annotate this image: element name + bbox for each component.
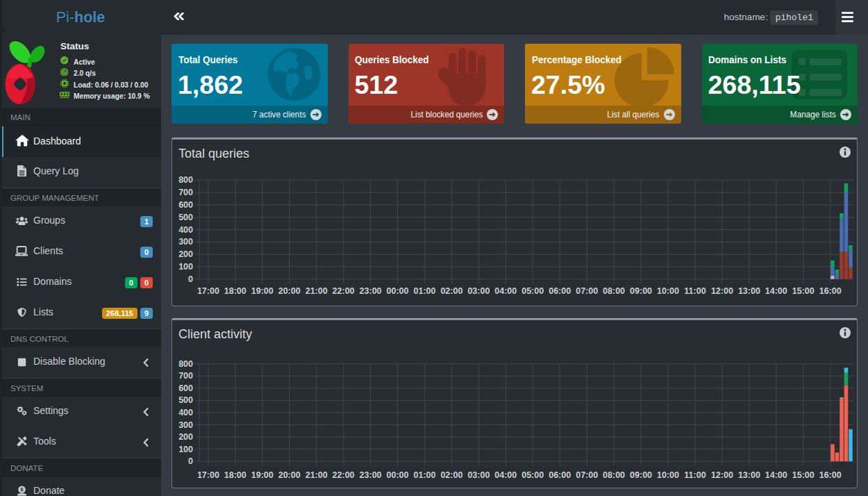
svg-text:00:00: 00:00: [387, 470, 409, 479]
svg-text:12:00: 12:00: [711, 286, 733, 296]
svg-text:200: 200: [178, 432, 193, 442]
svg-text:05:00: 05:00: [521, 470, 544, 479]
svg-text:19:00: 19:00: [251, 286, 274, 296]
svg-text:14:00: 14:00: [765, 286, 787, 296]
svg-text:08:00: 08:00: [603, 470, 625, 479]
svg-text:20:00: 20:00: [278, 470, 301, 479]
svg-text:08:00: 08:00: [603, 286, 625, 296]
svg-text:0: 0: [188, 456, 193, 466]
svg-text:23:00: 23:00: [360, 470, 382, 479]
svg-text:400: 400: [178, 407, 193, 417]
svg-text:15:00: 15:00: [792, 470, 815, 479]
svg-text:22:00: 22:00: [333, 470, 355, 479]
svg-text:21:00: 21:00: [306, 286, 328, 296]
svg-text:$: $: [20, 486, 24, 493]
svg-text:700: 700: [178, 371, 193, 381]
svg-text:10:00: 10:00: [657, 286, 679, 296]
svg-text:17:00: 17:00: [197, 470, 219, 479]
svg-text:400: 400: [178, 224, 193, 234]
svg-text:0: 0: [188, 274, 193, 283]
svg-text:200: 200: [178, 249, 193, 259]
svg-text:04:00: 04:00: [494, 470, 517, 479]
svg-text:02:00: 02:00: [440, 470, 462, 479]
svg-text:100: 100: [178, 261, 193, 271]
svg-text:01:00: 01:00: [414, 470, 436, 479]
svg-text:16:00: 16:00: [819, 286, 842, 296]
svg-text:20:00: 20:00: [278, 286, 301, 296]
svg-text:09:00: 09:00: [630, 286, 652, 296]
svg-text:13:00: 13:00: [738, 470, 760, 479]
svg-text:300: 300: [178, 237, 193, 247]
svg-text:18:00: 18:00: [224, 470, 247, 479]
svg-text:05:00: 05:00: [521, 286, 544, 296]
svg-text:03:00: 03:00: [467, 286, 490, 296]
svg-text:10:00: 10:00: [657, 470, 679, 479]
svg-text:21:00: 21:00: [306, 470, 328, 479]
svg-text:15:00: 15:00: [792, 286, 815, 296]
svg-text:19:00: 19:00: [251, 470, 274, 479]
svg-text:07:00: 07:00: [576, 286, 598, 296]
svg-text:11:00: 11:00: [684, 470, 706, 479]
svg-text:600: 600: [178, 199, 193, 209]
svg-text:06:00: 06:00: [549, 470, 571, 479]
svg-text:17:00: 17:00: [197, 286, 219, 296]
svg-text:100: 100: [178, 444, 193, 454]
svg-text:04:00: 04:00: [494, 286, 517, 296]
svg-text:13:00: 13:00: [738, 286, 760, 296]
svg-text:18:00: 18:00: [224, 286, 247, 296]
svg-text:500: 500: [178, 212, 193, 222]
svg-text:02:00: 02:00: [440, 286, 462, 296]
svg-text:22:00: 22:00: [333, 286, 355, 296]
svg-text:09:00: 09:00: [630, 470, 652, 479]
svg-text:16:00: 16:00: [819, 470, 842, 479]
svg-text:00:00: 00:00: [387, 286, 409, 296]
svg-text:300: 300: [178, 420, 193, 429]
svg-text:03:00: 03:00: [467, 470, 490, 479]
svg-text:12:00: 12:00: [711, 470, 733, 479]
svg-text:700: 700: [178, 188, 193, 197]
svg-text:800: 800: [178, 358, 193, 368]
svg-text:500: 500: [178, 395, 193, 405]
svg-text:14:00: 14:00: [765, 470, 787, 479]
svg-text:600: 600: [178, 383, 193, 392]
svg-text:800: 800: [178, 175, 193, 185]
svg-text:07:00: 07:00: [576, 470, 598, 479]
svg-text:01:00: 01:00: [414, 286, 436, 296]
svg-text:23:00: 23:00: [360, 286, 382, 296]
svg-text:06:00: 06:00: [549, 286, 571, 296]
svg-text:11:00: 11:00: [684, 286, 706, 296]
